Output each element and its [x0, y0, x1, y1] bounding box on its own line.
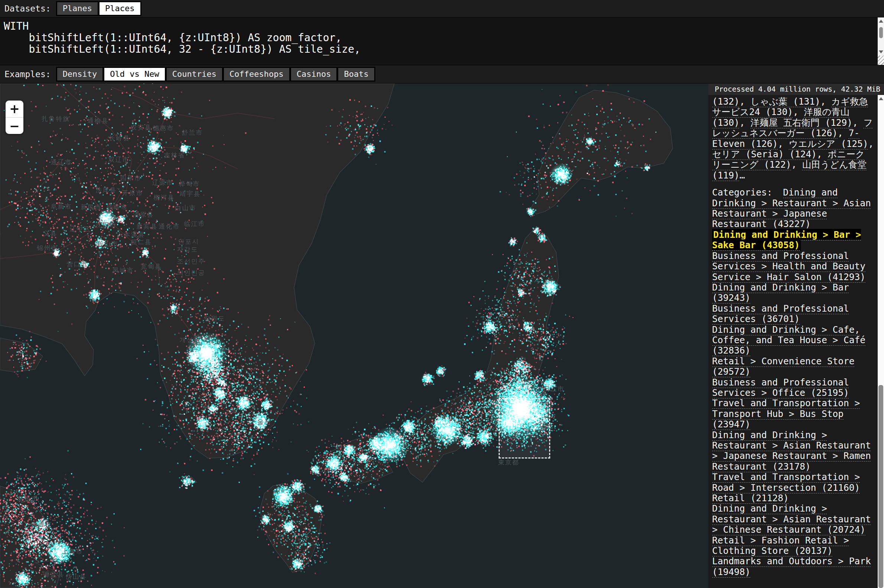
examples-bar: Examples: DensityOld vs NewCountriesCoff…: [0, 65, 884, 84]
zoom-out-button[interactable]: −: [6, 117, 23, 134]
zoom-control: + −: [6, 100, 23, 134]
example-button-coffeeshops[interactable]: Coffeeshops: [224, 68, 289, 81]
datasets-bar: Datasets: PlanesPlaces: [0, 0, 884, 17]
scroll-down-icon[interactable]: [879, 51, 883, 53]
zoom-in-button[interactable]: +: [6, 100, 23, 117]
query-status: Processed 4.04 million rows, 42.32 MiB: [708, 84, 884, 95]
examples-label: Examples:: [5, 69, 51, 79]
datasets-label: Datasets:: [5, 4, 51, 14]
query-text[interactable]: WITH bitShiftLeft(1::UInt64, {z:UInt8}) …: [0, 17, 884, 55]
examples-button-group: DensityOld vs NewCountriesCoffeeshopsCas…: [56, 67, 375, 82]
dataset-button-planes[interactable]: Planes: [57, 2, 98, 15]
category-link[interactable]: Landmarks and Outdoors > Park (19498): [712, 556, 871, 577]
scroll-up-icon[interactable]: [879, 20, 883, 22]
category-link[interactable]: Travel and Transportation > Road > Inter…: [712, 471, 860, 493]
datasets-button-group: PlanesPlaces: [56, 1, 141, 16]
category-link[interactable]: Retail > Convenience Store (29572): [712, 356, 855, 377]
categories-list: Categories: Dining and Drinking > Restau…: [712, 188, 874, 577]
results-content: (132), しゃぶ葉 (131), カギ救急サービス24 (130), 洋服の…: [708, 95, 878, 588]
query-editor[interactable]: WITH bitShiftLeft(1::UInt64, {z:UInt8}) …: [0, 17, 884, 65]
results-sidebar: Processed 4.04 million rows, 42.32 MiB (…: [708, 84, 884, 588]
name-link[interactable]: 洋麺屋 五右衛門 (129): [750, 117, 852, 128]
page-scrollbar[interactable]: [878, 95, 884, 588]
name-link[interactable]: セリア (Seria) (124): [712, 149, 817, 159]
page-scroll-up-icon[interactable]: [879, 97, 883, 100]
name-link[interactable]: しゃぶ葉 (131): [750, 96, 820, 107]
category-link[interactable]: Business and Professional Services > Hea…: [712, 250, 866, 282]
example-button-casinos[interactable]: Casinos: [291, 68, 337, 81]
category-link[interactable]: Dining and Drinking > Restaurant > Asian…: [712, 503, 871, 535]
category-link[interactable]: Retail (21128): [712, 493, 789, 503]
dataset-button-places[interactable]: Places: [99, 2, 140, 15]
example-button-boats[interactable]: Boats: [338, 68, 374, 81]
category-link[interactable]: Dining and Drinking > Bar > Sake Bar (43…: [712, 229, 861, 251]
example-button-countries[interactable]: Countries: [167, 68, 222, 81]
editor-scrollbar[interactable]: [878, 17, 884, 56]
tile-selection-rectangle[interactable]: [499, 398, 550, 459]
name-link[interactable]: ウエルシア (125): [789, 138, 868, 149]
editor-scrollbar-thumb[interactable]: [879, 27, 883, 38]
page-scrollbar-thumb[interactable]: [878, 385, 883, 588]
category-link[interactable]: Dining and Drinking > Cafe, Coffee, and …: [712, 324, 866, 356]
example-button-density[interactable]: Density: [57, 68, 103, 81]
resize-grip-icon[interactable]: [878, 56, 884, 65]
category-link[interactable]: Travel and Transportation > Transport Hu…: [712, 398, 860, 430]
example-button-old-vs-new[interactable]: Old vs New: [104, 68, 164, 81]
name-link[interactable]: (132): [712, 96, 740, 107]
category-link[interactable]: Dining and Drinking > Restaurant > Asian…: [712, 430, 871, 472]
categories-label: Categories:: [712, 187, 772, 198]
category-link[interactable]: Dining and Drinking > Bar (39243): [712, 282, 849, 303]
category-link[interactable]: Business and Professional Services (3670…: [712, 303, 849, 324]
top-names-list: (132), しゃぶ葉 (131), カギ救急サービス24 (130), 洋服の…: [712, 96, 874, 181]
category-link[interactable]: Retail > Fashion Retail > Clothing Store…: [712, 535, 849, 556]
category-link[interactable]: Business and Professional Services > Off…: [712, 377, 849, 398]
